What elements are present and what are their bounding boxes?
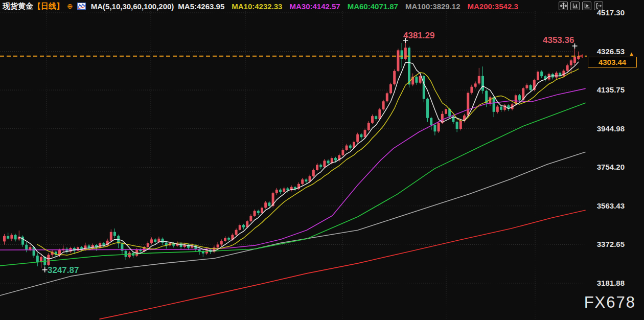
candle[interactable] — [249, 214, 252, 222]
candle[interactable] — [121, 242, 123, 255]
candle[interactable] — [382, 100, 385, 110]
candle[interactable] — [128, 251, 131, 258]
candle[interactable] — [423, 75, 425, 102]
candle[interactable] — [117, 235, 120, 248]
candle[interactable] — [110, 230, 112, 242]
candle[interactable] — [503, 104, 506, 111]
candle[interactable] — [316, 163, 318, 171]
candle[interactable] — [147, 241, 149, 248]
candle[interactable] — [555, 72, 558, 79]
candle[interactable] — [566, 64, 569, 73]
candle[interactable] — [478, 68, 480, 85]
candle[interactable] — [217, 242, 219, 249]
candle[interactable] — [415, 76, 418, 85]
candle[interactable] — [10, 234, 13, 241]
mini-chart-icon[interactable] — [77, 3, 86, 10]
candle[interactable] — [525, 83, 528, 89]
candle[interactable] — [279, 189, 282, 194]
candle[interactable] — [411, 74, 414, 86]
candle[interactable] — [257, 210, 260, 215]
candle[interactable] — [301, 178, 304, 185]
candle[interactable] — [433, 124, 436, 135]
candle[interactable] — [397, 49, 399, 72]
candle[interactable] — [242, 224, 245, 230]
candle[interactable] — [349, 144, 352, 149]
candle[interactable] — [540, 71, 543, 78]
candle[interactable] — [463, 114, 466, 123]
ma100-line — [0, 152, 585, 295]
candle[interactable] — [470, 85, 473, 95]
candle[interactable] — [386, 92, 388, 102]
candle[interactable] — [456, 121, 458, 132]
candle[interactable] — [493, 96, 495, 117]
candle[interactable] — [481, 66, 484, 94]
candle[interactable] — [40, 254, 42, 268]
candle[interactable] — [430, 117, 432, 130]
candle[interactable] — [113, 228, 116, 238]
candle[interactable] — [202, 249, 204, 257]
candle[interactable] — [55, 251, 57, 259]
candle[interactable] — [518, 94, 521, 102]
candle[interactable] — [290, 186, 293, 192]
add-indicator-icon[interactable]: ⊕ — [67, 2, 73, 10]
candle[interactable] — [360, 133, 362, 139]
candle[interactable] — [7, 233, 9, 239]
candle[interactable] — [213, 245, 215, 253]
candle[interactable] — [346, 144, 348, 151]
candle[interactable] — [393, 70, 396, 86]
candle[interactable] — [3, 234, 6, 245]
candle[interactable] — [389, 83, 392, 95]
candle[interactable] — [62, 245, 64, 252]
candle[interactable] — [264, 201, 267, 209]
candle[interactable] — [371, 115, 374, 124]
candle[interactable] — [559, 72, 561, 78]
candle[interactable] — [305, 178, 307, 184]
chart-play-button[interactable] — [582, 2, 591, 10]
candle[interactable] — [224, 236, 226, 242]
candle[interactable] — [474, 81, 477, 88]
candle[interactable] — [401, 43, 403, 68]
candle[interactable] — [220, 239, 223, 246]
candle[interactable] — [489, 96, 491, 106]
candle[interactable] — [341, 149, 344, 156]
candle[interactable] — [77, 245, 79, 252]
candle[interactable] — [18, 231, 20, 241]
candle[interactable] — [14, 234, 17, 241]
y-axis-tick-label: 3944.98 — [582, 124, 635, 133]
candle[interactable] — [235, 228, 238, 236]
candle[interactable] — [500, 105, 502, 112]
candle[interactable] — [102, 242, 105, 247]
candle[interactable] — [496, 105, 499, 113]
chart-scale-button[interactable] — [570, 2, 580, 10]
candle[interactable] — [227, 237, 230, 242]
candle[interactable] — [537, 70, 539, 82]
candle[interactable] — [367, 121, 370, 131]
candle[interactable] — [356, 133, 359, 143]
candle[interactable] — [445, 107, 447, 116]
candle[interactable] — [438, 121, 440, 133]
candle[interactable] — [467, 91, 469, 117]
y-axis-tick-label: 3754.20 — [582, 163, 635, 171]
candle[interactable] — [254, 210, 256, 217]
export-panel-button[interactable] — [594, 2, 603, 10]
trading-chart-app: 现货黄金【日线】 ⊕ MA(5,10,30,60,100,200) MA5:42… — [0, 0, 644, 320]
candle[interactable] — [319, 164, 322, 169]
candle[interactable] — [404, 40, 407, 60]
candle[interactable] — [426, 98, 429, 122]
candle[interactable] — [51, 250, 54, 257]
candle[interactable] — [154, 238, 156, 244]
candle[interactable] — [312, 169, 315, 177]
candle[interactable] — [294, 186, 296, 191]
candle[interactable] — [297, 182, 300, 190]
candle[interactable] — [21, 235, 24, 246]
candle[interactable] — [283, 187, 285, 193]
candlestick-chart-canvas[interactable] — [0, 0, 644, 320]
candle[interactable] — [65, 247, 68, 254]
candle[interactable] — [275, 188, 278, 195]
candle[interactable] — [25, 242, 28, 253]
pan-tool-button[interactable] — [559, 2, 568, 10]
candle[interactable] — [239, 223, 241, 231]
candle[interactable] — [36, 253, 39, 266]
candle[interactable] — [47, 253, 50, 266]
candle[interactable] — [375, 115, 377, 121]
